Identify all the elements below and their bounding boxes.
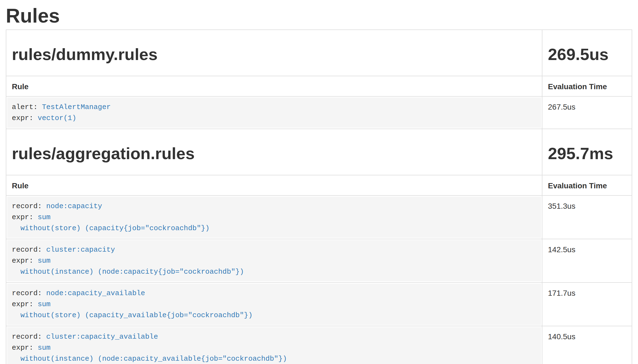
rule-keyword: expr: bbox=[12, 300, 38, 308]
rule-group-name: rules/dummy.rules bbox=[12, 45, 536, 64]
rule-name-link[interactable]: cluster:capacity_available bbox=[46, 333, 158, 341]
rule-line: expr: sum without(instance) (node:capaci… bbox=[12, 342, 536, 364]
rule-keyword: expr: bbox=[12, 213, 38, 221]
rule-group-name: rules/aggregation.rules bbox=[12, 145, 536, 163]
rule-line: record: cluster:capacity bbox=[12, 244, 536, 255]
rule-line: alert: TestAlertManager bbox=[12, 102, 536, 113]
rule-row: record: cluster:capacity_availableexpr: … bbox=[6, 326, 632, 364]
rule-eval-time: 140.5us bbox=[542, 326, 632, 364]
rule-expr-link[interactable]: sum without(instance) (node:capacity_ava… bbox=[12, 344, 287, 363]
rule-eval-time: 351.3us bbox=[542, 195, 632, 239]
rules-table-body: rules/dummy.rules 269.5us Rule Evaluatio… bbox=[6, 30, 632, 364]
rule-name-link[interactable]: TestAlertManager bbox=[42, 103, 111, 111]
rule-keyword: record: bbox=[12, 289, 46, 297]
rule-group-eval-time-cell: 269.5us bbox=[542, 30, 632, 76]
rule-name-link[interactable]: node:capacity bbox=[46, 202, 102, 210]
rule-eval-time: 142.5us bbox=[542, 239, 632, 282]
rule-definition: record: cluster:capacity_availableexpr: … bbox=[7, 327, 541, 364]
rule-name-link[interactable]: cluster:capacity bbox=[46, 246, 115, 254]
page-title: Rules bbox=[6, 5, 632, 27]
rule-line: expr: sum without(instance) (node:capaci… bbox=[12, 255, 536, 277]
rule-cell: record: cluster:capacity_availableexpr: … bbox=[6, 326, 542, 364]
column-header-row: Rule Evaluation Time bbox=[6, 175, 632, 195]
rule-keyword: alert: bbox=[12, 103, 42, 111]
rule-keyword: expr: bbox=[12, 257, 38, 265]
rule-definition: alert: TestAlertManagerexpr: vector(1) bbox=[7, 97, 541, 128]
rule-row: record: cluster:capacityexpr: sum withou… bbox=[6, 239, 632, 282]
eval-time-column-header: Evaluation Time bbox=[542, 76, 632, 96]
rule-line: record: node:capacity_available bbox=[12, 288, 536, 299]
rule-keyword: expr: bbox=[12, 344, 38, 352]
rule-line: record: node:capacity bbox=[12, 201, 536, 212]
rule-expr-link[interactable]: sum without(store) (capacity{job="cockro… bbox=[12, 213, 210, 232]
rule-row: record: node:capacityexpr: sum without(s… bbox=[6, 195, 632, 239]
rule-line: record: cluster:capacity_available bbox=[12, 331, 536, 342]
rule-column-header: Rule bbox=[6, 76, 542, 96]
rule-group-name-cell: rules/dummy.rules bbox=[6, 30, 542, 76]
rule-group-eval-time-cell: 295.7ms bbox=[542, 129, 632, 175]
rule-definition: record: node:capacity_availableexpr: sum… bbox=[7, 284, 541, 325]
eval-time-column-header: Evaluation Time bbox=[542, 175, 632, 195]
rule-group-name-cell: rules/aggregation.rules bbox=[6, 129, 542, 175]
rule-group-header-row: rules/aggregation.rules 295.7ms bbox=[6, 129, 632, 175]
rule-line: expr: vector(1) bbox=[12, 113, 536, 124]
rule-cell: record: node:capacityexpr: sum without(s… bbox=[6, 195, 542, 239]
rule-line: expr: sum without(store) (capacity_avail… bbox=[12, 299, 536, 321]
rule-keyword: record: bbox=[12, 333, 46, 341]
rule-name-link[interactable]: node:capacity_available bbox=[46, 289, 145, 297]
rule-definition: record: cluster:capacityexpr: sum withou… bbox=[7, 240, 541, 281]
rule-column-header: Rule bbox=[6, 175, 542, 195]
rule-group-eval-time: 269.5us bbox=[548, 45, 626, 64]
rules-table: rules/dummy.rules 269.5us Rule Evaluatio… bbox=[6, 29, 632, 364]
rule-expr-link[interactable]: sum without(store) (capacity_available{j… bbox=[12, 300, 253, 319]
rule-eval-time: 171.7us bbox=[542, 282, 632, 326]
rule-line: expr: sum without(store) (capacity{job="… bbox=[12, 212, 536, 234]
rule-group-eval-time: 295.7ms bbox=[548, 145, 626, 163]
rule-keyword: record: bbox=[12, 202, 46, 210]
rule-row: record: node:capacity_availableexpr: sum… bbox=[6, 282, 632, 326]
rule-eval-time: 267.5us bbox=[542, 96, 632, 129]
rule-group-header-row: rules/dummy.rules 269.5us bbox=[6, 30, 632, 76]
rule-cell: record: node:capacity_availableexpr: sum… bbox=[6, 282, 542, 326]
rule-cell: alert: TestAlertManagerexpr: vector(1) bbox=[6, 96, 542, 129]
rule-row: alert: TestAlertManagerexpr: vector(1) 2… bbox=[6, 96, 632, 129]
rule-keyword: expr: bbox=[12, 114, 38, 122]
rule-definition: record: node:capacityexpr: sum without(s… bbox=[7, 197, 541, 238]
column-header-row: Rule Evaluation Time bbox=[6, 76, 632, 96]
rule-expr-link[interactable]: vector(1) bbox=[38, 114, 76, 122]
rule-keyword: record: bbox=[12, 246, 46, 254]
rule-cell: record: cluster:capacityexpr: sum withou… bbox=[6, 239, 542, 282]
rule-expr-link[interactable]: sum without(instance) (node:capacity{job… bbox=[12, 257, 244, 276]
